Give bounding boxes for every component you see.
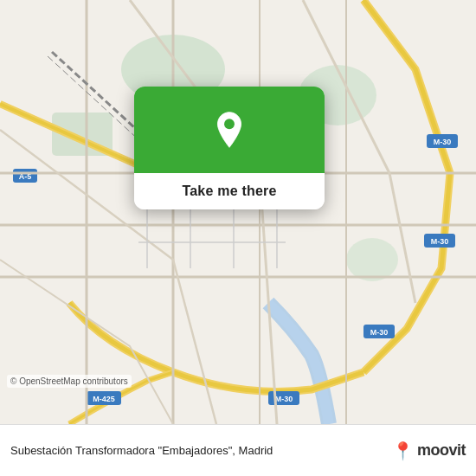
location-pin-icon xyxy=(210,111,248,149)
take-me-there-button[interactable]: Take me there xyxy=(182,183,276,199)
popup-button-area: Take me there xyxy=(134,173,325,209)
map-background: A-5 M-30 M-30 M-30 M-30 M-425 xyxy=(0,0,476,424)
popup-header xyxy=(134,87,325,173)
svg-text:M-30: M-30 xyxy=(275,395,293,403)
svg-rect-0 xyxy=(0,0,476,424)
svg-text:M-30: M-30 xyxy=(370,328,389,337)
moovit-pin-icon: 📍 xyxy=(392,441,414,461)
location-popup: Take me there xyxy=(134,87,325,209)
svg-text:M-425: M-425 xyxy=(93,395,115,403)
map-attribution: © OpenStreetMap contributors xyxy=(7,375,132,388)
moovit-text: moovit xyxy=(417,441,466,460)
svg-text:M-30: M-30 xyxy=(434,138,452,146)
svg-point-17 xyxy=(224,119,235,129)
bottom-bar: Subestación Transformadora "Embajadores"… xyxy=(0,424,476,476)
svg-point-4 xyxy=(346,238,398,281)
svg-text:M-30: M-30 xyxy=(431,237,449,246)
map-container: A-5 M-30 M-30 M-30 M-30 M-425 xyxy=(0,0,476,424)
moovit-logo: 📍 moovit xyxy=(392,441,466,461)
location-name: Subestación Transformadora "Embajadores"… xyxy=(10,444,392,457)
